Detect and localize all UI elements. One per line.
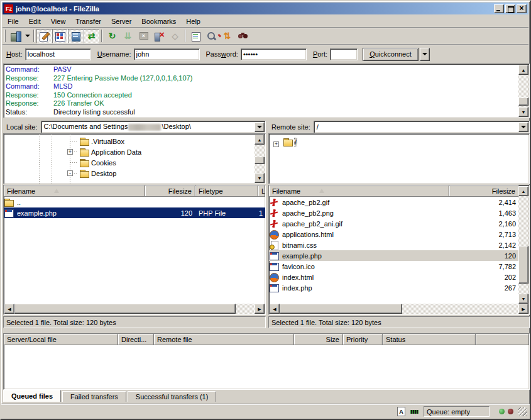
file-row[interactable]: apache_pb2_ani.gif2,160 — [269, 218, 519, 229]
toggle-local-tree-button[interactable] — [52, 29, 68, 43]
menu-server[interactable]: Server — [106, 16, 136, 26]
expand-icon[interactable]: + — [273, 141, 279, 147]
port-input[interactable] — [330, 48, 358, 60]
scroll-right-button[interactable]: ▶ — [518, 304, 528, 314]
filezilla-logo-icon: Fz — [4, 4, 13, 13]
resize-grip[interactable] — [518, 407, 527, 416]
site-manager-button[interactable] — [8, 29, 23, 43]
remote-site-row: Remote site: / — [268, 120, 530, 133]
disconnect-button[interactable] — [151, 29, 167, 43]
scroll-down-button[interactable]: ▼ — [255, 173, 265, 183]
toggle-transfer-queue-button[interactable]: ⇄ — [84, 29, 99, 43]
cancel-icon: × — [140, 32, 148, 40]
site-manager-dropdown[interactable] — [23, 29, 31, 43]
directory-filters-button[interactable] — [188, 29, 204, 43]
scroll-down-button[interactable]: ▼ — [518, 107, 528, 117]
column-header-direction[interactable]: Directi... — [118, 334, 154, 345]
transfer-type-ascii-icon[interactable]: A — [397, 407, 405, 416]
file-row[interactable]: index.html202 — [269, 272, 519, 282]
toggle-message-log-button[interactable] — [36, 29, 52, 43]
tree-item-desktop[interactable]: - Desktop — [4, 168, 265, 179]
column-header-last-modified[interactable]: L — [258, 185, 265, 197]
column-header-filesize[interactable]: Filesize — [449, 185, 519, 197]
file-row[interactable]: favicon.ico7,782 — [269, 261, 519, 272]
expand-icon[interactable]: + — [67, 149, 73, 155]
menu-edit[interactable]: Edit — [24, 16, 46, 26]
close-button[interactable] — [517, 4, 527, 13]
column-header-priority[interactable]: Priority — [343, 334, 383, 345]
speed-limit-icon[interactable] — [409, 409, 420, 415]
file-row[interactable]: applications.html2,713 — [269, 229, 519, 240]
scroll-left-button[interactable]: ◀ — [4, 304, 14, 314]
menu-help[interactable]: Help — [181, 16, 205, 26]
tab-failed-transfers[interactable]: Failed transfers — [62, 391, 126, 402]
file-row[interactable]: bitnami.css2,142 — [269, 240, 519, 250]
username-input[interactable] — [134, 48, 200, 60]
column-header-size[interactable]: Size — [294, 334, 343, 345]
column-header-filename[interactable]: Filename — [269, 185, 449, 197]
column-header-filesize[interactable]: Filesize — [145, 185, 195, 197]
remote-site-combo[interactable]: / — [314, 121, 530, 133]
process-queue-button[interactable]: ⇊ — [120, 29, 136, 43]
remote-tree: + / — [268, 133, 530, 184]
column-header-filetype[interactable]: Filetype — [195, 185, 258, 197]
host-input[interactable] — [25, 48, 91, 60]
tree-item-virtualbox[interactable]: .VirtualBox — [4, 136, 265, 146]
column-header-filler — [476, 334, 529, 345]
scrollbar-thumb[interactable] — [255, 157, 265, 164]
tree-item-application-data[interactable]: + Application Data — [4, 146, 265, 157]
scrollbar-thumb[interactable] — [518, 97, 528, 106]
scroll-up-button[interactable]: ▲ — [255, 135, 265, 145]
title-bar[interactable]: Fz john@localhost - FileZilla — [3, 3, 528, 14]
menu-bookmarks[interactable]: Bookmarks — [136, 16, 181, 26]
cancel-button[interactable]: × — [136, 29, 151, 43]
quickconnect-button[interactable]: Quickconnect — [363, 48, 419, 61]
tab-successful-transfers[interactable]: Successful transfers (1) — [128, 391, 217, 402]
file-type: PHP File — [195, 209, 258, 217]
disconnect-icon — [154, 31, 165, 41]
minimize-button[interactable] — [494, 4, 504, 13]
file-row-parent-dir[interactable]: .. — [4, 197, 265, 207]
combo-dropdown-button[interactable] — [255, 122, 265, 132]
toggle-remote-tree-button[interactable] — [68, 29, 84, 43]
collapse-icon[interactable]: - — [67, 170, 73, 176]
column-header-status[interactable]: Status — [383, 334, 476, 345]
tab-queued-files[interactable]: Queued files — [3, 390, 61, 402]
scroll-up-button[interactable]: ▲ — [518, 65, 528, 75]
scrollbar-thumb[interactable] — [280, 304, 402, 314]
scroll-right-button[interactable]: ▶ — [255, 304, 265, 314]
scroll-left-button[interactable]: ◀ — [270, 304, 280, 314]
scroll-down-button[interactable]: ▼ — [518, 294, 528, 304]
scrollbar-thumb[interactable] — [518, 246, 528, 284]
find-files-button[interactable] — [235, 29, 251, 43]
reconnect-button[interactable]: ◇ — [167, 29, 183, 43]
refresh-button[interactable]: ↻ — [104, 29, 120, 43]
toolbar-grip[interactable] — [4, 30, 6, 42]
menu-file[interactable]: File — [3, 16, 24, 26]
menu-view[interactable]: View — [46, 16, 71, 26]
password-input[interactable] — [241, 48, 307, 60]
menu-transfer[interactable]: Transfer — [70, 16, 106, 26]
column-header-remote-file[interactable]: Remote file — [154, 334, 294, 345]
file-row[interactable]: apache_pb2.gif2,414 — [269, 197, 519, 207]
column-header-filename[interactable]: Filename — [4, 185, 145, 197]
synchronized-browsing-button[interactable]: ⇅ — [219, 29, 235, 43]
combo-dropdown-button[interactable] — [518, 122, 528, 132]
maximize-button[interactable] — [505, 4, 515, 13]
scrollbar-thumb[interactable] — [14, 304, 236, 314]
scroll-up-button[interactable]: ▲ — [518, 186, 528, 196]
file-row[interactable]: apache_pb2.png1,463 — [269, 207, 519, 218]
local-site-combo[interactable]: C:\Documents and Settings\Desktop\ — [41, 121, 266, 133]
local-site-label: Local site: — [6, 123, 38, 131]
file-row-selected[interactable]: example.php120 — [269, 250, 519, 261]
column-header-server-local-file[interactable]: Server/Local file — [4, 334, 118, 345]
directory-comparison-button[interactable] — [204, 29, 219, 43]
remote-selection-status: Selected 1 file. Total size: 120 bytes — [268, 316, 530, 328]
file-row-example-php[interactable]: example.php 120 PHP File 1 — [4, 207, 265, 218]
tree-item-root[interactable]: + / — [269, 136, 529, 147]
file-row[interactable]: index.php267 — [269, 282, 519, 293]
separator — [33, 30, 35, 42]
quickconnect-dropdown[interactable] — [420, 48, 430, 61]
tree-item-cookies[interactable]: Cookies — [4, 157, 265, 168]
queue-header: Server/Local file Directi... Remote file… — [4, 334, 529, 345]
